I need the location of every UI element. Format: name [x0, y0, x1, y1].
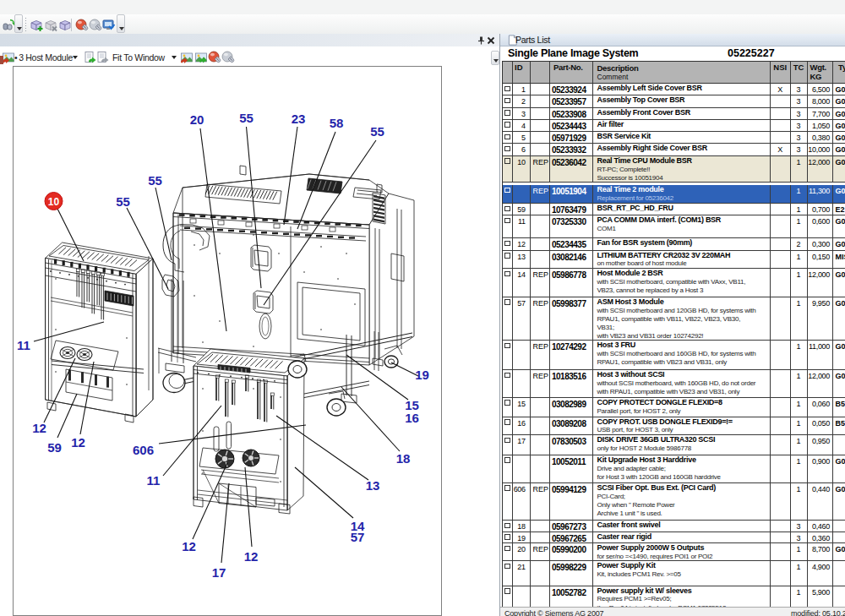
svg-text:20: 20 [190, 112, 204, 127]
svg-text:12: 12 [32, 421, 46, 435]
svg-text:12: 12 [71, 435, 85, 450]
svg-text:12: 12 [244, 549, 259, 564]
svg-text:11: 11 [17, 338, 30, 352]
svg-text:12: 12 [182, 539, 196, 553]
svg-text:57: 57 [351, 530, 365, 544]
svg-text:606: 606 [133, 443, 154, 457]
svg-text:18: 18 [396, 451, 411, 466]
svg-text:17: 17 [212, 565, 226, 580]
svg-text:10: 10 [48, 196, 60, 208]
svg-text:19: 19 [415, 368, 429, 382]
svg-text:55: 55 [148, 173, 162, 188]
svg-text:16: 16 [405, 411, 419, 425]
svg-text:55: 55 [370, 124, 384, 139]
svg-text:55: 55 [116, 194, 130, 209]
svg-text:55: 55 [239, 111, 254, 125]
svg-text:23: 23 [292, 112, 306, 126]
svg-text:13: 13 [366, 478, 380, 493]
svg-text:59: 59 [47, 440, 62, 455]
svg-text:58: 58 [330, 116, 344, 130]
svg-text:11: 11 [147, 473, 161, 488]
